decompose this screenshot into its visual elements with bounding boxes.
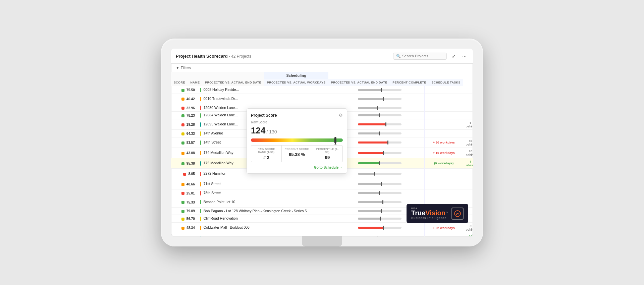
workdays-cell: + 10 workdays [424, 148, 463, 158]
name-accent [200, 236, 201, 236]
table-row[interactable]: 75.50 0008 Holiday Reside... [171, 86, 473, 94]
score-cell: 25.01 [171, 189, 198, 197]
behind-cell: 10 ahead [463, 233, 473, 236]
bar-track [358, 141, 401, 144]
table-row[interactable]: 64.39 Corporate Center - Building 2 (5 w… [171, 233, 473, 236]
score-indicator [181, 218, 184, 221]
name-cell: Beason Point Lot 10 [198, 197, 355, 207]
workdays-value: + 32 workdays [433, 226, 455, 230]
col-enddate: PROJECTED VS. ACTUAL END DATE [328, 79, 390, 86]
name-accent [200, 122, 201, 127]
bar-track [358, 210, 401, 212]
project-name: Corporate Center - Building 2 [204, 236, 250, 236]
bar-fill [358, 210, 382, 212]
project-name: 174 Medallion Way [204, 151, 233, 155]
tooltip-gear-icon[interactable]: ⚙ [339, 113, 343, 118]
workdays-cell: + 60 workdays [424, 137, 463, 148]
project-name: Beason Point Lot 10 [204, 200, 235, 204]
score-indicator [183, 173, 186, 176]
menu-button[interactable]: ⋯ [460, 52, 468, 60]
score-value: 78.23 [186, 114, 195, 117]
score-indicator [181, 123, 184, 126]
expand-button[interactable]: ⤢ [449, 52, 458, 60]
bar-fill [358, 162, 380, 164]
bar-cell [355, 233, 424, 236]
score-indicator [181, 132, 184, 135]
behind-value: 5 behind [466, 121, 473, 128]
table-row[interactable]: 46.42 0010 Tradewinds Dr... 0.00 % [171, 94, 473, 104]
bar-marker [377, 106, 378, 110]
score-bar-arrow: ▲ [334, 141, 337, 145]
score-indicator [181, 201, 184, 204]
score-cell: 32.96 [171, 104, 198, 112]
workdays-cell [424, 86, 463, 94]
filter-icon: ▼ [176, 66, 179, 70]
bar-track [358, 162, 401, 164]
tm-label: ™ [445, 211, 448, 214]
project-name: Bob Pagano - Lot 128 Whitney Plan - Kens… [204, 209, 307, 213]
score-cell: 19.28 [171, 119, 198, 130]
score-cell: 46.42 [171, 94, 198, 104]
bar-track [358, 123, 401, 125]
score-cell: 75.33 [171, 197, 198, 207]
bar-track [358, 227, 401, 229]
search-box[interactable]: 🔍 [393, 53, 447, 60]
name-accent [200, 113, 201, 118]
col-pct: PERCENT COMPLETE [390, 79, 429, 86]
name-accent [200, 226, 201, 230]
bar-cell [355, 130, 424, 137]
score-indicator [181, 89, 184, 92]
project-name: 71st Street [204, 182, 221, 186]
raw-score-value: 124 [251, 125, 265, 135]
stat-percentile-label: PERCENTILE (1-99) [315, 148, 340, 154]
behind-cell [463, 104, 473, 112]
score-cell: 48.34 [171, 223, 198, 233]
name-accent [200, 191, 201, 195]
behind-value: 10 ahead [466, 234, 473, 236]
bar-track [358, 152, 401, 154]
workdays-value: + 60 workdays [433, 140, 455, 144]
search-input[interactable] [402, 54, 444, 58]
go-to-schedule-link[interactable]: Go to Schedule → [251, 166, 343, 169]
bar-marker [381, 88, 382, 92]
stat-rank-value: # 2 [254, 155, 279, 160]
project-name: 78th Street [204, 191, 221, 195]
behind-value: 92 behind [466, 224, 473, 231]
bar-marker [374, 172, 375, 176]
workdays-cell: + 32 workdays [424, 223, 463, 233]
bar-track [358, 114, 401, 116]
bar-cell [355, 104, 424, 112]
bar-marker [383, 226, 384, 230]
bar-track [358, 183, 401, 185]
table-row[interactable]: 48.34 Coldwater Mall - Buildout 006 + 32… [171, 223, 473, 233]
raw-score-total: / 130 [266, 129, 277, 134]
bar-track [358, 132, 401, 134]
score-cell: 64.39 [171, 233, 198, 236]
project-name: 12084 Walden Lane... [204, 113, 238, 117]
bar-marker [379, 161, 380, 165]
filters-button[interactable]: ▼ Filters [176, 66, 191, 70]
project-name: Coldwater Mall - Buildout 006 [204, 225, 250, 229]
scheduling-section-header: Scheduling [264, 72, 328, 79]
bar-cell [355, 137, 424, 148]
truevision-badge: UDA TrueVision™ Business Intelligence [407, 204, 468, 223]
score-indicator [181, 227, 184, 230]
behind-cell: 5 behind [463, 119, 473, 130]
name-accent [200, 140, 201, 145]
name-accent [200, 172, 201, 176]
table-row[interactable]: 48.66 71st Street 0.00 % [171, 179, 473, 189]
score-indicator [181, 114, 184, 117]
score-value: 25.01 [186, 191, 195, 195]
truevision-icon [451, 208, 464, 220]
behind-cell [463, 94, 473, 104]
score-indicator [181, 98, 184, 101]
bar-marker [379, 113, 380, 117]
bar-cell [355, 148, 424, 158]
table-row[interactable]: 25.01 78th Street [171, 189, 473, 197]
bar-marker [382, 200, 383, 204]
bar-marker [377, 236, 378, 236]
bar-cell [355, 119, 424, 130]
score-cell: 8.05 [171, 168, 198, 179]
name-accent [200, 88, 201, 92]
bar-fill [358, 132, 380, 134]
